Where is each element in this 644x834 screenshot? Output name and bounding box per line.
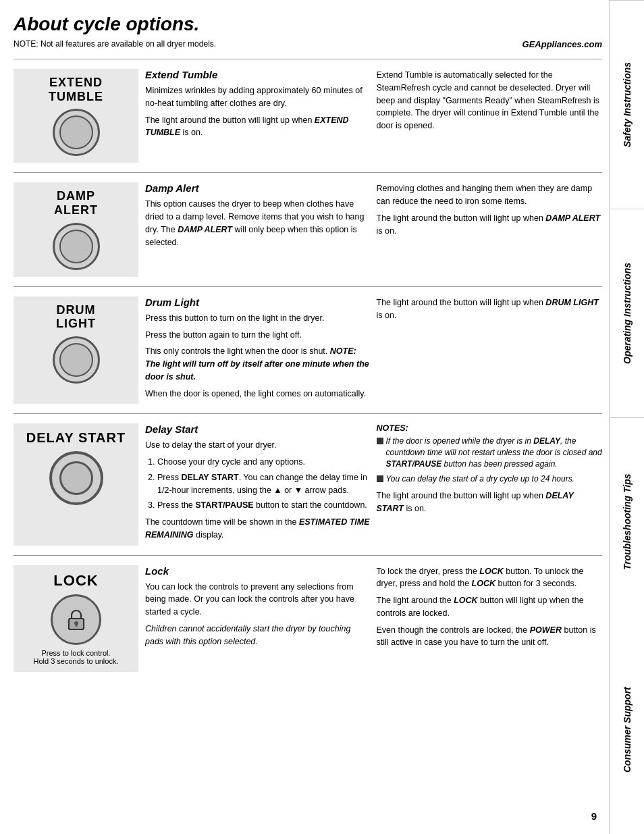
lock-right-p1: To lock the dryer, press the LOCK button… xyxy=(377,565,603,591)
section-delay-start: Delay Start Delay Start Use to delay the… xyxy=(14,413,602,554)
lock-icon xyxy=(64,607,88,631)
delay-step-3: Press the START/PAUSE button to start th… xyxy=(157,499,371,512)
delay-note-1-text: If the door is opened while the dryer is… xyxy=(386,436,603,469)
extend-tumble-right-p1: Extend Tumble is automatically selected … xyxy=(377,69,603,132)
damp-alert-right: Removing clothes and hanging them when t… xyxy=(377,182,603,276)
drum-light-p1: Press this button to turn on the light i… xyxy=(145,312,371,325)
icon-box-extend-tumble: EXTENDTUMBLE xyxy=(14,69,138,163)
extend-tumble-title: Extend Tumble xyxy=(145,69,371,80)
lock-p1: You can lock the controls to prevent any… xyxy=(145,581,371,619)
delay-start-desc: Delay Start Use to delay the start of yo… xyxy=(145,423,602,545)
damp-alert-title: Damp Alert xyxy=(145,182,371,194)
sidebar-troubleshooting: Troubleshooting Tips xyxy=(610,417,644,626)
extend-tumble-desc: Extend Tumble Minimizes wrinkles by addi… xyxy=(145,69,602,163)
lock-desc: Lock You can lock the controls to preven… xyxy=(145,565,602,672)
lock-title: Lock xyxy=(145,565,371,577)
delay-start-title: Delay Start xyxy=(145,423,371,435)
note-square-1 xyxy=(377,438,383,444)
delay-start-right-footer: The light around the button will light u… xyxy=(377,490,603,515)
lock-left: Lock You can lock the controls to preven… xyxy=(145,565,371,672)
note-text: NOTE: Not all features are available on … xyxy=(14,39,216,49)
sidebar-safety: Safety Instructions xyxy=(610,0,644,209)
delay-start-intro: Use to delay the start of your dryer. xyxy=(145,439,371,452)
drum-light-inner xyxy=(59,343,93,377)
drum-light-label: DRUMLIGHT xyxy=(56,303,96,331)
sidebar: Safety Instructions Operating Instructio… xyxy=(609,0,644,834)
extend-tumble-p1: Minimizes wrinkles by adding approximate… xyxy=(145,84,371,110)
section-damp-alert: DAMPALERT Damp Alert This option causes … xyxy=(14,172,602,286)
lock-right: To lock the dryer, press the LOCK button… xyxy=(377,565,603,672)
delay-start-steps: Choose your dry cycle and any options. P… xyxy=(145,456,371,512)
extend-tumble-label: EXTENDTUMBLE xyxy=(49,76,103,103)
damp-alert-left: Damp Alert This option causes the dryer … xyxy=(145,182,371,276)
lock-caption: Press to lock control.Hold 3 seconds to … xyxy=(34,649,119,665)
drum-light-button[interactable] xyxy=(53,336,100,384)
lock-right-p3: Even though the controls are locked, the… xyxy=(377,624,603,650)
drum-light-right-p1: The light around the button will light u… xyxy=(377,296,603,322)
drum-light-p3: This only controls the light when the do… xyxy=(145,345,371,383)
damp-alert-p1: This option causes the dryer to beep whe… xyxy=(145,198,371,249)
delay-note-1: If the door is opened while the dryer is… xyxy=(377,436,603,469)
sidebar-operating: Operating Instructions xyxy=(610,209,644,417)
icon-box-lock: Lock Press to lock control.Hold 3 second… xyxy=(14,565,138,672)
icon-box-damp-alert: DAMPALERT xyxy=(14,182,138,276)
delay-step-1: Choose your dry cycle and any options. xyxy=(157,456,371,469)
delay-notes-title: NOTES: xyxy=(377,423,603,433)
section-drum-light: DRUMLIGHT Drum Light Press this button t… xyxy=(14,286,602,414)
lock-right-p2: The light around the LOCK button will li… xyxy=(377,594,603,620)
delay-note-2: You can delay the start of a dry cycle u… xyxy=(377,473,603,485)
note-square-2 xyxy=(377,475,383,482)
drum-light-p4: When the door is opened, the light comes… xyxy=(145,388,371,400)
svg-rect-2 xyxy=(75,623,77,627)
note-line: NOTE: Not all features are available on … xyxy=(14,39,602,49)
damp-alert-desc: Damp Alert This option causes the dryer … xyxy=(145,182,602,276)
extend-tumble-inner xyxy=(59,115,93,149)
drum-light-title: Drum Light xyxy=(145,296,371,308)
section-lock: Lock Press to lock control.Hold 3 second… xyxy=(14,555,602,681)
section-extend-tumble: EXTENDTUMBLE Extend Tumble Minimizes wri… xyxy=(14,59,602,172)
damp-alert-right-p2: The light around the button will light u… xyxy=(377,212,603,238)
extend-tumble-p2: The light around the button will light u… xyxy=(145,114,371,140)
delay-start-left: Delay Start Use to delay the start of yo… xyxy=(145,423,371,545)
drum-light-left: Drum Light Press this button to turn on … xyxy=(145,296,371,405)
page-title: About cycle options. xyxy=(14,14,602,35)
drum-light-desc: Drum Light Press this button to turn on … xyxy=(145,296,602,405)
damp-alert-inner xyxy=(59,230,93,263)
extend-tumble-button[interactable] xyxy=(53,109,100,156)
icon-box-drum-light: DRUMLIGHT xyxy=(14,296,138,405)
extend-tumble-right: Extend Tumble is automatically selected … xyxy=(377,69,603,163)
drum-light-p2: Press the button again to turn the light… xyxy=(145,329,371,342)
delay-start-footer: The countdown time will be shown in the … xyxy=(145,516,371,542)
lock-p2: Children cannot accidentally start the d… xyxy=(145,623,371,648)
delay-step-2: Press DELAY START. You can change the de… xyxy=(157,471,371,497)
delay-start-label: Delay Start xyxy=(26,430,126,446)
page-number: 9 xyxy=(591,810,597,822)
icon-box-delay-start: Delay Start xyxy=(14,423,138,545)
delay-note-2-text: You can delay the start of a dry cycle u… xyxy=(386,473,575,485)
website: GEAppliances.com xyxy=(522,39,602,49)
sidebar-consumer: Consumer Support xyxy=(610,626,644,834)
extend-tumble-left: Extend Tumble Minimizes wrinkles by addi… xyxy=(145,69,371,163)
delay-start-button[interactable] xyxy=(49,451,103,505)
damp-alert-right-p1: Removing clothes and hanging them when t… xyxy=(377,182,603,208)
lock-button[interactable] xyxy=(51,594,101,645)
damp-alert-label: DAMPALERT xyxy=(54,189,98,217)
damp-alert-button[interactable] xyxy=(53,223,100,270)
drum-light-right: The light around the button will light u… xyxy=(377,296,603,405)
delay-start-inner xyxy=(59,461,93,495)
delay-start-right: NOTES: If the door is opened while the d… xyxy=(377,423,603,545)
lock-label: Lock xyxy=(53,572,98,589)
